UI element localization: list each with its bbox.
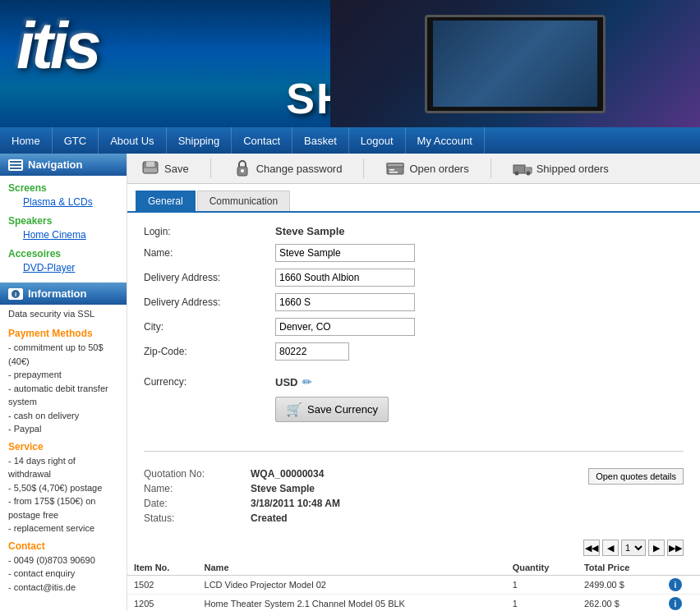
row1-quantity: 1 [506, 576, 578, 595]
nav-home[interactable]: Home [0, 127, 53, 154]
save-label: Save [164, 163, 189, 175]
row2-quantity: 1 [506, 595, 578, 612]
row1-total-price: 2499.00 $ [578, 576, 662, 595]
header: itis SHOP [0, 0, 700, 127]
sidebar-contact-text: - 0049 (0)8703 90690 - contact enquiry -… [0, 554, 127, 595]
quot-date-value: 3/18/2011 10:48 AM [251, 498, 340, 509]
sidebar-info-header: i Information [0, 283, 127, 305]
quot-date-label: Date: [144, 498, 251, 509]
delivery1-input[interactable] [275, 269, 415, 287]
sidebar-item-plasma[interactable]: Plasma & LCDs [0, 195, 127, 209]
navigation-icon [8, 159, 23, 171]
row1-item-no: 1502 [127, 576, 198, 595]
logo-text: itis [16, 8, 99, 84]
sidebar-item-dvdplayer[interactable]: DVD-Player [0, 261, 127, 274]
toolbar-sep1 [210, 158, 211, 178]
zipcode-input[interactable] [275, 342, 349, 361]
sidebar-service-label: Service [0, 436, 127, 454]
col-name: Name [198, 560, 506, 576]
save-icon [140, 160, 160, 177]
col-quantity: Quantity [506, 560, 578, 576]
toolbar-sep2 [363, 158, 364, 178]
monitor-shape [425, 15, 606, 113]
tab-communication[interactable]: Communication [197, 191, 290, 211]
currency-row: Currency: USD ✏ [144, 375, 684, 388]
navbar: Home GTC About Us Shipping Contact Baske… [0, 127, 700, 154]
city-input[interactable] [275, 318, 415, 336]
pagination-next-button[interactable]: ▶ [648, 540, 665, 556]
svg-rect-1 [10, 164, 21, 166]
pagination-prev-button[interactable]: ◀ [602, 540, 619, 556]
row1-info-button[interactable]: i [669, 578, 682, 591]
nav-basket[interactable]: Basket [292, 127, 349, 154]
toolbar-sep3 [490, 158, 491, 178]
sidebar-nav-label: Navigation [28, 158, 82, 171]
svg-rect-0 [10, 161, 21, 163]
save-currency-label: Save Currency [307, 403, 378, 416]
sidebar-nav-header: Navigation [0, 154, 127, 176]
pagination-first-button[interactable]: ◀◀ [583, 540, 600, 556]
quot-status-value: Created [251, 512, 288, 524]
nav-gtc[interactable]: GTC [53, 127, 99, 154]
content-area: Save Change password [127, 154, 700, 611]
tab-general[interactable]: General [136, 191, 196, 211]
sidebar-payment-text: - commitment up to 50$ (40€) - prepaymen… [0, 341, 127, 436]
shipped-orders-label: Shipped orders [537, 163, 609, 175]
toolbar: Save Change password [127, 154, 700, 184]
sidebar-payment-label: Payment Methods [0, 323, 127, 341]
sidebar-screens-label: Screens [0, 176, 127, 195]
open-orders-button[interactable]: Open orders [380, 158, 473, 179]
currency-edit-icon[interactable]: ✏ [302, 375, 312, 388]
row2-item-no: 1205 [127, 595, 198, 612]
open-orders-label: Open orders [409, 163, 468, 175]
sidebar-contact-label: Contact [0, 535, 127, 554]
zipcode-label: Zip-Code: [144, 346, 275, 357]
svg-rect-7 [144, 168, 157, 172]
svg-point-15 [514, 172, 518, 176]
col-info [662, 560, 700, 576]
nav-myaccount[interactable]: My Account [406, 127, 485, 154]
svg-rect-11 [387, 163, 403, 167]
quot-status-label: Status: [144, 512, 251, 524]
sidebar-item-homecinema[interactable]: Home Cinema [0, 228, 127, 241]
city-label: City: [144, 321, 275, 333]
open-orders-icon [385, 160, 405, 177]
save-currency-button[interactable]: 🛒 Save Currency [275, 397, 389, 422]
quot-header-row: Quotation No: WQA_00000034 Name: Steve S… [144, 468, 684, 527]
login-label: Login: [144, 226, 275, 237]
row2-info-button[interactable]: i [669, 597, 682, 610]
info-icon: i [8, 288, 23, 300]
delivery1-row: Delivery Address: [144, 269, 684, 287]
svg-point-9 [241, 169, 244, 172]
monitor-screen [433, 21, 597, 107]
svg-rect-12 [389, 169, 394, 171]
save-button[interactable]: Save [136, 158, 194, 179]
nav-about[interactable]: About Us [99, 127, 166, 154]
delivery2-input[interactable] [275, 293, 415, 311]
login-value: Steve Sample [275, 225, 345, 237]
svg-point-16 [526, 172, 530, 176]
row2-total-price: 262.00 $ [578, 595, 662, 612]
change-password-button[interactable]: Change password [228, 158, 348, 179]
nav-contact[interactable]: Contact [232, 127, 292, 154]
row2-info: i [662, 595, 700, 612]
open-quotes-details-button[interactable]: Open quotes details [588, 468, 684, 485]
header-monitor-image [330, 0, 700, 127]
nav-logout[interactable]: Logout [349, 127, 406, 154]
shipped-orders-button[interactable]: Shipped orders [508, 158, 614, 179]
quot-no-row: Quotation No: WQA_00000034 [144, 468, 340, 480]
sidebar-ssl-text: Data security via SSL [0, 305, 127, 323]
pagination-row: ◀◀ ◀ 1 ▶ ▶▶ [127, 535, 700, 560]
city-row: City: [144, 318, 684, 336]
name-row: Name: [144, 244, 684, 262]
sidebar-speakers-label: Speakers [0, 209, 127, 228]
tabs-bar: General Communication [127, 184, 700, 213]
col-item-no: Item No. [127, 560, 198, 576]
nav-shipping[interactable]: Shipping [167, 127, 233, 154]
pagination-page-select[interactable]: 1 [621, 540, 646, 556]
svg-rect-2 [10, 168, 21, 169]
pagination-last-button[interactable]: ▶▶ [667, 540, 684, 556]
delivery2-row: Delivery Address: [144, 293, 684, 311]
zipcode-row: Zip-Code: [144, 342, 684, 361]
name-input[interactable] [275, 244, 415, 262]
